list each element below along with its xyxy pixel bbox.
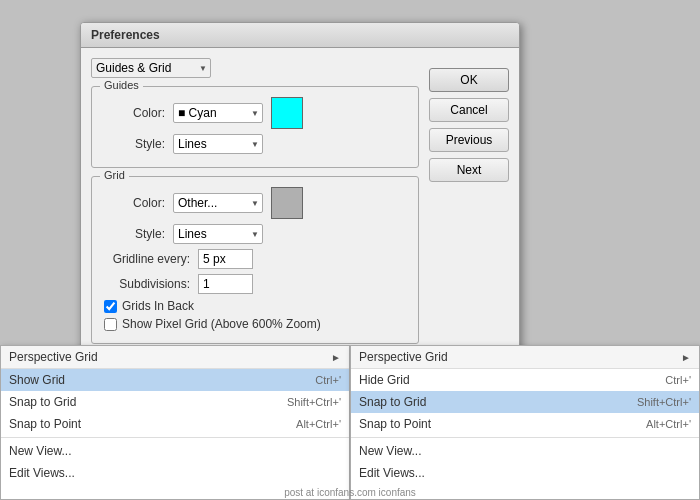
left-snap-grid-shortcut: Shift+Ctrl+': [287, 396, 341, 408]
section-select[interactable]: Guides & Grid Smart Guides Slices: [91, 58, 211, 78]
grids-in-back-checkbox[interactable]: [104, 300, 117, 313]
preferences-dialog: Preferences Guides & Grid Smart Guides S…: [80, 22, 520, 379]
context-menus-container: Perspective Grid ► Show Grid Ctrl+' Snap…: [0, 345, 700, 500]
left-menu-divider: [1, 437, 349, 438]
left-menu-item-show-grid[interactable]: Show Grid Ctrl+': [1, 369, 349, 391]
guides-group-content: Color: ■ Cyan Light Blue Red Style:: [100, 97, 410, 154]
guides-color-select[interactable]: ■ Cyan Light Blue Red: [173, 103, 263, 123]
grid-group: Grid Color: Other... Light Gray Red: [91, 176, 419, 344]
grids-in-back-label: Grids In Back: [122, 299, 194, 313]
right-snap-point-label: Snap to Point: [359, 417, 431, 431]
guides-style-row: Style: Lines Dots: [100, 134, 410, 154]
right-hide-grid-label: Hide Grid: [359, 373, 410, 387]
guides-group-title: Guides: [100, 79, 143, 91]
left-show-grid-label: Show Grid: [9, 373, 65, 387]
grid-color-row: Color: Other... Light Gray Red: [100, 187, 410, 219]
grid-style-label: Style:: [100, 227, 165, 241]
right-context-menu: Perspective Grid ► Hide Grid Ctrl+' Snap…: [350, 345, 700, 500]
left-edit-views-label: Edit Views...: [9, 466, 75, 480]
show-pixel-grid-row: Show Pixel Grid (Above 600% Zoom): [104, 317, 410, 331]
guides-style-select[interactable]: Lines Dots: [173, 134, 263, 154]
right-snap-grid-shortcut: Shift+Ctrl+': [637, 396, 691, 408]
left-menu-item-snap-to-grid[interactable]: Snap to Grid Shift+Ctrl+': [1, 391, 349, 413]
next-button[interactable]: Next: [429, 158, 509, 182]
grid-style-select[interactable]: Lines Dots: [173, 224, 263, 244]
watermark-text: post at iconfans.com iconfans: [284, 487, 416, 498]
left-menu-header-label: Perspective Grid: [9, 350, 98, 364]
right-snap-point-shortcut: Alt+Ctrl+': [646, 418, 691, 430]
right-menu-chevron: ►: [681, 352, 691, 363]
right-menu-item-hide-grid[interactable]: Hide Grid Ctrl+': [351, 369, 699, 391]
right-menu-item-snap-to-point[interactable]: Snap to Point Alt+Ctrl+': [351, 413, 699, 435]
section-dropdown-row: Guides & Grid Smart Guides Slices: [91, 58, 419, 78]
left-menu-item-new-view[interactable]: New View...: [1, 440, 349, 462]
right-menu-item-edit-views[interactable]: Edit Views...: [351, 462, 699, 484]
left-menu-header: Perspective Grid ►: [1, 346, 349, 369]
guides-style-label: Style:: [100, 137, 165, 151]
right-new-view-label: New View...: [359, 444, 421, 458]
section-select-wrapper[interactable]: Guides & Grid Smart Guides Slices: [91, 58, 211, 78]
left-snap-grid-label: Snap to Grid: [9, 395, 76, 409]
guides-style-combo-wrapper[interactable]: Lines Dots: [173, 134, 263, 154]
left-menu-chevron: ►: [331, 352, 341, 363]
right-menu-header-label: Perspective Grid: [359, 350, 448, 364]
left-snap-point-label: Snap to Point: [9, 417, 81, 431]
subdivisions-label: Subdivisions:: [100, 277, 190, 291]
guides-group: Guides Color: ■ Cyan Light Blue Red: [91, 86, 419, 168]
gridline-input[interactable]: [198, 249, 253, 269]
left-new-view-label: New View...: [9, 444, 71, 458]
left-show-grid-shortcut: Ctrl+': [315, 374, 341, 386]
grid-color-label: Color:: [100, 196, 165, 210]
grid-style-row: Style: Lines Dots: [100, 224, 410, 244]
gridline-label: Gridline every:: [100, 252, 190, 266]
grid-color-combo-wrapper[interactable]: Other... Light Gray Red: [173, 193, 263, 213]
ok-button[interactable]: OK: [429, 68, 509, 92]
right-snap-grid-label: Snap to Grid: [359, 395, 426, 409]
previous-button[interactable]: Previous: [429, 128, 509, 152]
grid-color-select[interactable]: Other... Light Gray Red: [173, 193, 263, 213]
dialog-title: Preferences: [81, 23, 519, 48]
right-menu-item-new-view[interactable]: New View...: [351, 440, 699, 462]
guides-color-row: Color: ■ Cyan Light Blue Red: [100, 97, 410, 129]
right-menu-header: Perspective Grid ►: [351, 346, 699, 369]
dialog-left-panel: Guides & Grid Smart Guides Slices Guides…: [91, 58, 419, 352]
left-context-menu: Perspective Grid ► Show Grid Ctrl+' Snap…: [0, 345, 350, 500]
right-menu-divider: [351, 437, 699, 438]
right-hide-grid-shortcut: Ctrl+': [665, 374, 691, 386]
guides-color-label: Color:: [100, 106, 165, 120]
dialog-right-buttons: OK Cancel Previous Next: [429, 58, 509, 352]
show-pixel-grid-checkbox[interactable]: [104, 318, 117, 331]
gridline-row: Gridline every:: [100, 249, 410, 269]
watermark: post at iconfans.com iconfans: [284, 487, 416, 498]
guides-color-preview: [271, 97, 303, 129]
grid-group-content: Color: Other... Light Gray Red Style:: [100, 187, 410, 331]
grid-style-combo-wrapper[interactable]: Lines Dots: [173, 224, 263, 244]
subdivisions-row: Subdivisions:: [100, 274, 410, 294]
grid-group-title: Grid: [100, 169, 129, 181]
left-menu-item-snap-to-point[interactable]: Snap to Point Alt+Ctrl+': [1, 413, 349, 435]
right-menu-item-snap-to-grid[interactable]: Snap to Grid Shift+Ctrl+': [351, 391, 699, 413]
grids-in-back-row: Grids In Back: [104, 299, 410, 313]
show-pixel-grid-label: Show Pixel Grid (Above 600% Zoom): [122, 317, 321, 331]
subdivisions-input[interactable]: [198, 274, 253, 294]
guides-color-combo-wrapper[interactable]: ■ Cyan Light Blue Red: [173, 103, 263, 123]
left-menu-item-edit-views[interactable]: Edit Views...: [1, 462, 349, 484]
title-text: Preferences: [91, 28, 160, 42]
left-snap-point-shortcut: Alt+Ctrl+': [296, 418, 341, 430]
cancel-button[interactable]: Cancel: [429, 98, 509, 122]
grid-color-preview: [271, 187, 303, 219]
right-edit-views-label: Edit Views...: [359, 466, 425, 480]
